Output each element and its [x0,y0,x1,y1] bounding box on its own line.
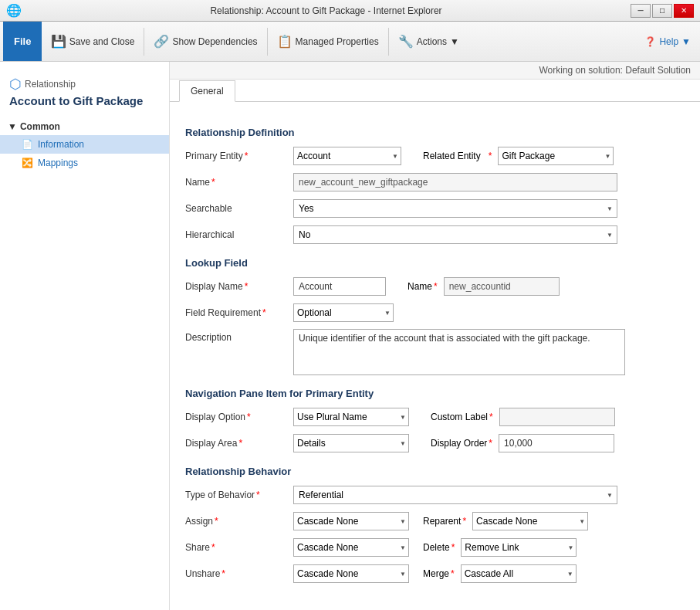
show-dependencies-button[interactable]: 🔗 Show Dependencies [147,31,263,52]
field-requirement-wrapper: Optional [293,303,394,322]
actions-icon: 🔧 [398,34,414,49]
share-label: Share* [185,542,293,553]
type-of-behavior-control: Referential [293,486,685,504]
actions-button[interactable]: 🔧 Actions ▼ [392,31,465,52]
reparent-wrapper: Cascade None [472,512,588,530]
share-wrapper: Cascade None [293,538,409,557]
primary-entity-row: Primary Entity* Account Related Entity* … [185,146,685,166]
display-name-control: Name* [293,277,685,296]
display-option-select[interactable]: Use Plural Name [293,408,409,426]
file-button[interactable]: File [3,22,42,61]
help-icon: ❓ [644,36,656,47]
hierarchical-wrapper: No [293,225,617,244]
merge-wrapper: Cascade All [461,564,577,583]
assign-control: Cascade None Reparent* Cascade None [293,512,685,530]
type-of-behavior-select[interactable]: Referential [293,486,617,504]
display-order-label: Display Order* [431,438,492,449]
display-option-wrapper: Use Plural Name [293,408,409,426]
type-of-behavior-wrapper: Referential [293,486,617,504]
information-icon: 📄 [22,139,33,150]
sidebar-header: ⬡ Relationship Account to Gift Package [0,69,169,110]
display-name-input[interactable] [293,277,386,296]
field-requirement-label: Field Requirement* [185,307,293,318]
description-control: Unique identifier of the account that is… [293,329,685,375]
unshare-wrapper: Cascade None [293,564,409,583]
searchable-select[interactable]: Yes [293,199,617,218]
managed-properties-button[interactable]: 📋 Managed Properties [271,31,385,52]
share-control: Cascade None Delete* Remove Link [293,538,685,557]
primary-entity-required: * [245,151,249,161]
assign-reparent-row: Assign* Cascade None Reparent* Cascade N… [185,511,685,531]
lookup-name-input[interactable] [444,277,560,296]
hierarchical-select[interactable]: No [293,225,617,244]
close-button[interactable]: ✕ [674,4,694,18]
actions-dropdown-icon: ▼ [450,36,459,47]
hierarchical-row: Hierarchical No [185,225,685,245]
hierarchical-control: No [293,225,685,244]
related-entity-select[interactable]: Gift Package [498,147,614,165]
merge-label: Merge* [423,568,455,579]
related-entity-label: Related Entity [423,151,481,161]
name-input[interactable] [293,173,617,191]
display-area-row: Display Area* Details Display Order* [185,433,685,453]
help-button[interactable]: ❓ Help ▼ [638,33,697,50]
relationship-behavior-title: Relationship Behavior [185,466,685,477]
display-area-wrapper: Details [293,434,409,452]
name-label: Name* [185,177,293,188]
sidebar-section-common: ▼ Common 📄 Information 🔀 Mappings [0,118,169,172]
tab-general[interactable]: General [179,80,235,102]
description-textarea[interactable]: Unique identifier of the account that is… [293,329,625,375]
hierarchical-label: Hierarchical [185,229,293,240]
window-title: Relationship: Account to Gift Package - … [22,5,631,16]
mappings-icon: 🔀 [22,158,33,168]
assign-label: Assign* [185,516,293,527]
delete-wrapper: Remove Link [461,538,577,557]
form-content: Relationship Definition Primary Entity* … [170,102,700,602]
navigation-pane-title: Navigation Pane Item for Primary Entity [185,388,685,399]
main-layout: ⬡ Relationship Account to Gift Package ▼… [0,62,700,610]
save-icon: 💾 [51,34,66,49]
delete-select[interactable]: Remove Link [461,538,577,557]
share-select[interactable]: Cascade None [293,538,409,557]
restore-button[interactable]: □ [652,4,672,18]
primary-entity-select[interactable]: Account [293,147,401,165]
display-option-row: Display Option* Use Plural Name Custom L… [185,407,685,427]
display-area-control: Details Display Order* [293,434,685,452]
field-requirement-control: Optional [293,303,685,322]
custom-label-label: Custom Label* [431,412,493,422]
breadcrumb: ⬡ Relationship [9,76,160,93]
display-order-input[interactable] [499,434,614,452]
ribbon-sep-2 [267,28,268,56]
reparent-label: Reparent* [423,516,466,527]
ribbon-sep-1 [144,28,144,56]
save-close-button[interactable]: 💾 Save and Close [45,31,141,52]
ribbon: File 💾 Save and Close 🔗 Show Dependencie… [0,22,700,62]
chevron-down-icon: ▼ [8,121,17,132]
primary-entity-wrapper: Account [293,147,401,165]
unshare-label: Unshare* [185,568,293,579]
unshare-merge-row: Unshare* Cascade None Merge* Cascade All [185,564,685,584]
assign-select[interactable]: Cascade None [293,512,409,530]
sidebar-section-header: ▼ Common [0,118,169,135]
searchable-control: Yes [293,199,685,218]
title-bar: 🌐 Relationship: Account to Gift Package … [0,0,700,22]
merge-select[interactable]: Cascade All [461,564,577,583]
reparent-select[interactable]: Cascade None [472,512,588,530]
content-area: Working on solution: Default Solution Ge… [170,62,700,610]
display-name-row: Display Name* Name* [185,276,685,297]
name-row: Name* [185,172,685,192]
sidebar-item-mappings[interactable]: 🔀 Mappings [0,154,169,172]
name-control [293,173,685,191]
display-area-select[interactable]: Details [293,434,409,452]
sidebar-item-information[interactable]: 📄 Information [0,135,169,154]
unshare-select[interactable]: Cascade None [293,564,409,583]
sidebar: ⬡ Relationship Account to Gift Package ▼… [0,62,170,610]
solution-bar: Working on solution: Default Solution [170,62,700,80]
custom-label-input[interactable] [499,408,615,426]
lookup-name-label: Name* [407,281,438,292]
description-row: Description Unique identifier of the acc… [185,329,685,375]
display-area-label: Display Area* [185,438,293,449]
field-requirement-select[interactable]: Optional [293,303,394,322]
minimize-button[interactable]: ─ [631,4,651,18]
display-option-control: Use Plural Name Custom Label* [293,408,685,426]
